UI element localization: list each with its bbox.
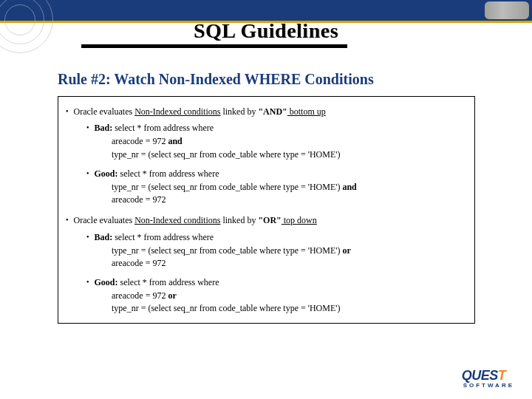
content-box: Oracle evaluates Non-Indexed conditions … xyxy=(58,96,475,324)
code-line: type_nr = (select seq_nr from code_table… xyxy=(112,181,467,193)
code-line: areacode = 972 and xyxy=(112,135,467,147)
and-bad-example: Bad: select * from address where xyxy=(86,122,467,134)
title-underline xyxy=(81,44,347,48)
quest-logo: QUEST SOFTWARE xyxy=(462,368,514,389)
or-rule-statement: Oracle evaluates Non-Indexed conditions … xyxy=(66,214,467,226)
code-line: areacode = 972 xyxy=(112,194,467,205)
code-line: areacode = 972 xyxy=(112,257,467,269)
and-rule-statement: Oracle evaluates Non-Indexed conditions … xyxy=(66,106,467,117)
code-line: type_nr = (select seq_nr from code_table… xyxy=(112,245,467,256)
page-title: SQL Guidelines xyxy=(0,19,532,43)
face-graphic xyxy=(480,0,532,21)
code-line: type_nr = (select seq_nr from code_table… xyxy=(112,149,467,160)
code-line: type_nr = (select seq_nr from code_table… xyxy=(112,302,467,314)
or-good-example: Good: select * from address where xyxy=(86,276,467,288)
or-bad-example: Bad: select * from address where xyxy=(86,231,467,243)
logo-text-sub: SOFTWARE xyxy=(463,382,514,389)
logo-text-accent: T xyxy=(498,368,506,383)
and-good-example: Good: select * from address where xyxy=(86,168,467,180)
rule-subtitle: Rule #2: Watch Non-Indexed WHERE Conditi… xyxy=(58,71,374,88)
code-line: areacode = 972 or xyxy=(112,290,467,301)
logo-text-main: QUES xyxy=(462,368,498,383)
header-band xyxy=(0,0,532,21)
